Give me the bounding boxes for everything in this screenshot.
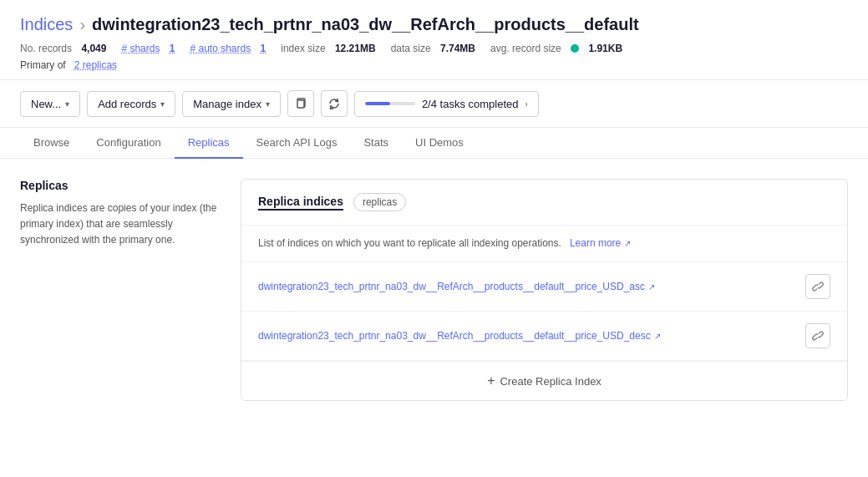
meta-data-size: data size 7.74MB — [391, 43, 475, 54]
meta-auto-shards: # auto shards 1 — [190, 43, 266, 54]
create-replica-plus-icon: + — [487, 373, 495, 388]
replica-item-1: dwintegration23_tech_prtnr_na03_dw__RefA… — [241, 262, 847, 312]
learn-more-link[interactable]: Learn more ↗ — [570, 237, 631, 249]
panel-title: Replica indices — [258, 195, 343, 211]
page-header: Indices › dwintegration23_tech_prtnr_na0… — [0, 0, 868, 80]
replicas-meta-row: Primary of 2 replicas — [20, 59, 848, 71]
breadcrumb-separator: › — [79, 15, 85, 34]
meta-index-size-label: index size — [281, 43, 325, 54]
tab-search-api-logs[interactable]: Search API Logs — [243, 128, 351, 159]
add-records-chevron-icon: ▾ — [160, 99, 165, 109]
new-chevron-icon: ▾ — [65, 99, 69, 109]
learn-more-label: Learn more — [570, 237, 621, 249]
external-link-icon: ↗ — [624, 239, 631, 248]
breadcrumb-indices-link[interactable]: Indices — [20, 15, 73, 34]
manage-index-chevron-icon: ▾ — [266, 99, 270, 109]
breadcrumb: Indices › dwintegration23_tech_prtnr_na0… — [20, 15, 848, 34]
progress-bar-container — [365, 102, 415, 105]
breadcrumb-current: dwintegration23_tech_prtnr_na03_dw__RefA… — [92, 15, 639, 34]
replica-1-link[interactable]: dwintegration23_tech_prtnr_na03_dw__RefA… — [258, 281, 655, 292]
meta-row: No. records 4,049 # shards 1 # auto shar… — [20, 43, 848, 54]
replica-2-copy-button[interactable] — [805, 323, 830, 348]
tab-ui-demos[interactable]: UI Demos — [402, 128, 477, 159]
meta-shards-link[interactable]: # shards — [121, 43, 160, 54]
meta-avg-record-label: avg. record size — [490, 43, 561, 54]
sidebar-description: Replica indices are copies of your index… — [20, 200, 221, 249]
tab-configuration[interactable]: Configuration — [83, 128, 174, 159]
sidebar: Replicas Replica indices are copies of y… — [20, 179, 221, 249]
replica-2-name: dwintegration23_tech_prtnr_na03_dw__RefA… — [258, 330, 651, 342]
main-panel: Replica indices replicas List of indices… — [241, 179, 848, 401]
sidebar-title: Replicas — [20, 179, 221, 192]
green-status-dot — [571, 44, 579, 53]
meta-avg-record: avg. record size 1.91KB — [490, 43, 622, 54]
tabs-nav: Browse Configuration Replicas Search API… — [0, 128, 868, 159]
create-replica-label: Create Replica Index — [500, 375, 601, 388]
panel-description-text: List of indices on which you want to rep… — [258, 237, 561, 249]
tab-browse[interactable]: Browse — [20, 128, 83, 159]
meta-shards: # shards 1 — [121, 43, 175, 54]
replica-1-copy-button[interactable] — [805, 274, 830, 299]
svg-rect-0 — [297, 100, 304, 108]
copy-button[interactable] — [287, 90, 314, 117]
manage-index-button[interactable]: Manage index ▾ — [182, 91, 281, 117]
replica-1-name: dwintegration23_tech_prtnr_na03_dw__RefA… — [258, 281, 645, 292]
add-records-label: Add records — [98, 98, 156, 110]
replica-2-external-icon: ↗ — [654, 332, 661, 341]
meta-records-label: No. records — [20, 43, 72, 54]
panel-header: Replica indices replicas — [241, 180, 847, 226]
meta-auto-shards-value: 1 — [261, 43, 266, 54]
create-replica-button[interactable]: + Create Replica Index — [241, 361, 847, 400]
tab-stats[interactable]: Stats — [350, 128, 402, 159]
manage-index-label: Manage index — [193, 98, 261, 110]
tasks-label: 2/4 tasks completed — [422, 98, 519, 110]
meta-index-size-value: 12.21MB — [335, 43, 376, 54]
replica-item-2: dwintegration23_tech_prtnr_na03_dw__RefA… — [241, 312, 847, 361]
replica-2-link[interactable]: dwintegration23_tech_prtnr_na03_dw__RefA… — [258, 330, 661, 342]
meta-avg-record-value: 1.91KB — [588, 43, 622, 54]
new-button-label: New... — [31, 98, 61, 110]
progress-bar-fill — [365, 102, 390, 105]
meta-auto-shards-link[interactable]: # auto shards — [190, 43, 251, 54]
primary-of-label: Primary of — [20, 59, 66, 71]
meta-data-size-label: data size — [391, 43, 431, 54]
panel-description: List of indices on which you want to rep… — [241, 226, 847, 262]
refresh-button[interactable] — [321, 90, 348, 117]
panel-badge: replicas — [353, 193, 406, 211]
meta-records-value: 4,049 — [81, 43, 106, 54]
tasks-chevron-icon: › — [525, 99, 528, 109]
meta-shards-value: 1 — [170, 43, 175, 54]
meta-records: No. records 4,049 — [20, 43, 106, 54]
tasks-progress-button[interactable]: 2/4 tasks completed › — [354, 91, 539, 117]
new-button[interactable]: New... ▾ — [20, 91, 80, 117]
add-records-button[interactable]: Add records ▾ — [87, 91, 175, 117]
meta-index-size: index size 12.21MB — [281, 43, 375, 54]
toolbar: New... ▾ Add records ▾ Manage index ▾ 2/… — [0, 80, 868, 128]
content-area: Replicas Replica indices are copies of y… — [0, 159, 868, 421]
meta-data-size-value: 7.74MB — [440, 43, 475, 54]
replica-1-external-icon: ↗ — [648, 282, 655, 292]
tab-replicas[interactable]: Replicas — [175, 128, 243, 159]
replicas-count-link[interactable]: 2 replicas — [74, 59, 117, 71]
